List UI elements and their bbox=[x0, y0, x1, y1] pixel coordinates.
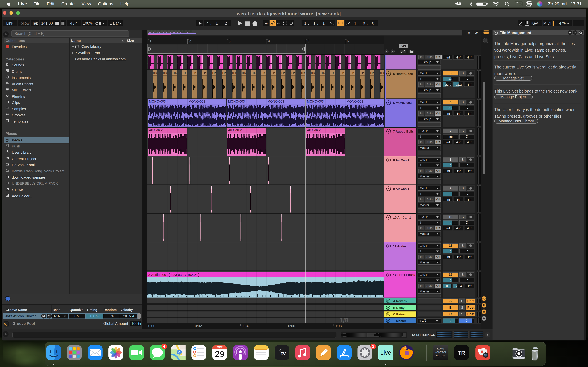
svg-text:3-Audio 0001 [2023-03-17 10235: 3-Audio 0001 [2023-03-17 102350] bbox=[148, 273, 199, 276]
svg-text:KORG: KORG bbox=[437, 347, 444, 350]
svg-text:Live: Live bbox=[380, 349, 391, 356]
svg-text:KONTROL: KONTROL bbox=[435, 351, 447, 354]
svg-text:TR: TR bbox=[458, 350, 465, 356]
svg-text:EDITOR: EDITOR bbox=[436, 354, 445, 357]
svg-text:tv: tv bbox=[281, 350, 286, 356]
svg-text:29: 29 bbox=[215, 349, 225, 359]
svg-text:MRT: MRT bbox=[217, 346, 223, 349]
